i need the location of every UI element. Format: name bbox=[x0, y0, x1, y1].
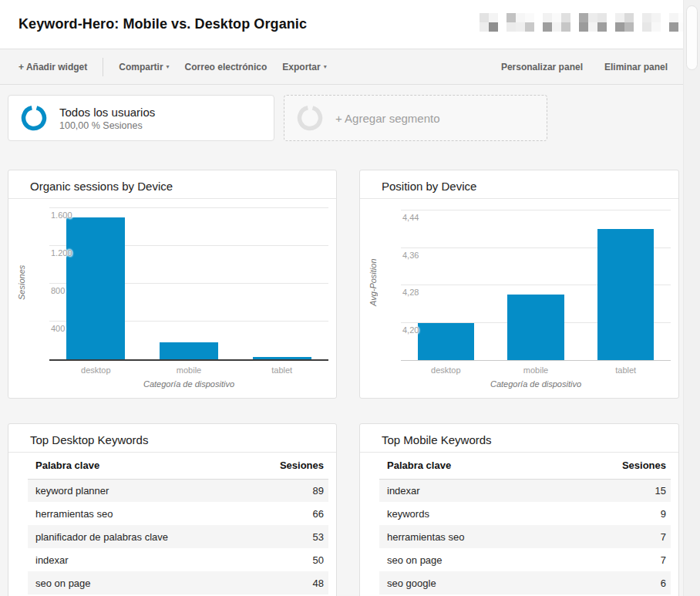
keyword-cell: indexar bbox=[28, 548, 259, 571]
x-axis-labels: desktopmobiletablet bbox=[49, 361, 328, 379]
add-segment-button[interactable]: + Agregar segmento bbox=[284, 95, 547, 141]
y-tick-label: 1.600 bbox=[51, 210, 72, 220]
scrollbar-thumb[interactable] bbox=[686, 5, 698, 70]
sessions-cell: 66 bbox=[259, 502, 328, 525]
bar-tablet[interactable] bbox=[253, 357, 311, 359]
redacted-pixel bbox=[506, 22, 516, 32]
keyword-cell: keywords bbox=[379, 502, 601, 525]
table-row: planificador de palabras clave53 bbox=[28, 525, 328, 548]
plot-area: 4008001.2001.600 bbox=[49, 204, 328, 361]
redacted-pixel bbox=[624, 13, 634, 22]
redacted-block bbox=[579, 13, 607, 32]
export-button-label: Exportar bbox=[282, 62, 320, 72]
share-button[interactable]: Compartir ▾ bbox=[111, 57, 177, 77]
email-button[interactable]: Correo electrónico bbox=[177, 57, 275, 77]
export-button[interactable]: Exportar ▾ bbox=[274, 57, 334, 77]
keyword-cell: seo on page bbox=[28, 571, 259, 594]
keyword-cell: herramientas seo bbox=[379, 525, 601, 548]
redacted-block bbox=[506, 13, 534, 32]
keyword-cell: seo on page bbox=[379, 548, 601, 571]
redacted-pixel bbox=[669, 22, 678, 32]
table-row: indexar15 bbox=[379, 479, 671, 502]
x-tick-label-tablet: tablet bbox=[235, 365, 328, 375]
redacted-pixel bbox=[543, 13, 552, 22]
sessions-cell: 7 bbox=[601, 525, 671, 548]
bar-tablet[interactable] bbox=[597, 229, 655, 360]
y-tick-label: 4,36 bbox=[402, 251, 419, 260]
delete-dashboard-button[interactable]: Eliminar panel bbox=[597, 57, 675, 77]
bar-mobile[interactable] bbox=[160, 342, 218, 359]
y-tick-label: 400 bbox=[51, 324, 65, 333]
sessions-cell: 53 bbox=[259, 525, 328, 548]
widget-grid: Organic sessions by Device Sesiones 4008… bbox=[8, 170, 700, 596]
redacted-pixel bbox=[642, 13, 651, 22]
add-widget-button[interactable]: + Añadir widget bbox=[11, 57, 95, 77]
caret-down-icon: ▾ bbox=[324, 64, 327, 70]
redacted-pixel bbox=[651, 13, 661, 22]
keyword-cell: planificador de palabras clave bbox=[28, 525, 259, 548]
redacted-pixel bbox=[615, 22, 624, 32]
redacted-block bbox=[480, 13, 498, 32]
keywords-table: Palabra claveSesioneskeyword planner89he… bbox=[28, 453, 328, 594]
chart-widget-position: Position by Device Avg-Position 4,204,28… bbox=[359, 170, 679, 399]
redacted-pixel bbox=[579, 22, 588, 32]
bar-desktop[interactable] bbox=[418, 323, 475, 360]
dashboard-toolbar: + Añadir widget Compartir ▾ Correo elect… bbox=[0, 49, 700, 85]
table-row: herramientas seo66 bbox=[28, 502, 328, 525]
bar-desktop[interactable] bbox=[66, 217, 125, 359]
toolbar-divider bbox=[103, 58, 103, 76]
sessions-cell: 7 bbox=[601, 548, 671, 571]
plot-column: 4,204,284,364,44 desktopmobiletablet Cat… bbox=[401, 204, 671, 395]
bar-slot bbox=[143, 204, 236, 359]
segment-text: Todos los usuarios 100,00 % Sesiones bbox=[59, 106, 155, 131]
bar-slot bbox=[401, 204, 491, 360]
y-tick-label: 1.200 bbox=[51, 248, 72, 258]
redacted-pixel bbox=[615, 13, 624, 22]
segment-donut-gray-icon bbox=[297, 105, 323, 131]
x-tick-label-desktop: desktop bbox=[49, 365, 143, 375]
table-row: indexar50 bbox=[28, 548, 328, 571]
widget-title: Top Desktop Keywords bbox=[8, 424, 336, 453]
bars-layer bbox=[49, 204, 328, 359]
redacted-pixel bbox=[588, 22, 597, 32]
chart-body: Sesiones 4008001.2001.600 desktopmobilet… bbox=[8, 199, 336, 395]
customize-dashboard-button[interactable]: Personalizar panel bbox=[493, 57, 591, 77]
y-tick-label: 4,44 bbox=[402, 213, 419, 222]
segment-all-users[interactable]: Todos los usuarios 100,00 % Sesiones bbox=[8, 95, 274, 141]
redacted-block bbox=[543, 13, 570, 32]
x-tick-label-desktop: desktop bbox=[401, 365, 491, 375]
column-header-keyword: Palabra clave bbox=[28, 453, 259, 479]
column-header-sessions: Sesiones bbox=[601, 453, 671, 479]
redacted-pixel bbox=[552, 22, 561, 32]
segments-bar: Todos los usuarios 100,00 % Sesiones + A… bbox=[0, 85, 700, 141]
keywords-table: Palabra claveSesionesindexar15keywords9h… bbox=[379, 453, 671, 594]
widget-title: Position by Device bbox=[360, 170, 678, 199]
scrollbar-track[interactable] bbox=[683, 0, 700, 596]
bar-slot bbox=[49, 204, 143, 359]
sessions-cell: 89 bbox=[259, 479, 328, 502]
table-widget-top-mobile-keywords: Top Mobile Keywords Palabra claveSesione… bbox=[359, 423, 679, 596]
plot-area: 4,204,284,364,44 bbox=[401, 204, 671, 361]
column-header-sessions: Sesiones bbox=[259, 453, 328, 479]
bar-slot bbox=[581, 204, 671, 360]
redacted-pixel bbox=[480, 13, 489, 22]
segment-donut-icon bbox=[21, 105, 47, 131]
bar-mobile[interactable] bbox=[507, 295, 564, 360]
redacted-pixel bbox=[561, 22, 570, 32]
redacted-pixel bbox=[516, 22, 525, 32]
redacted-pixel bbox=[624, 22, 634, 32]
redacted-pixel bbox=[597, 13, 607, 22]
add-segment-label: + Agregar segmento bbox=[335, 112, 440, 125]
redacted-pixel bbox=[597, 22, 607, 32]
sessions-cell: 9 bbox=[601, 502, 671, 525]
sessions-cell: 6 bbox=[601, 571, 671, 594]
x-tick-label-tablet: tablet bbox=[581, 365, 671, 375]
page-title: Keyword-Hero: Mobile vs. Desktop Organic bbox=[19, 16, 307, 32]
bar-slot bbox=[235, 204, 328, 359]
x-tick-label-mobile: mobile bbox=[491, 365, 581, 375]
table-row: keyword planner89 bbox=[28, 479, 328, 502]
redacted-pixel bbox=[489, 22, 498, 32]
keyword-cell: seo google bbox=[379, 571, 601, 594]
x-tick-label-mobile: mobile bbox=[143, 365, 236, 375]
y-tick-label: 4,28 bbox=[402, 288, 419, 297]
